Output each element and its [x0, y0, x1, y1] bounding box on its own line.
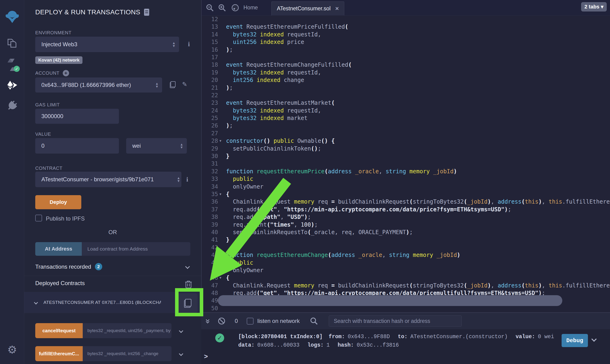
code-line: 44 public — [202, 259, 610, 267]
value-input[interactable]: 0 — [35, 138, 119, 154]
function-row: fulfillEthereumC... — [35, 346, 190, 361]
code-line: 13event RequestEthereumPriceFulfilled( — [202, 23, 610, 30]
transaction-log[interactable]: [block:20780401 txIndex:0] from:0x643...… — [238, 333, 559, 350]
publish-ipfs-label: Publish to IPFS — [46, 215, 85, 222]
code-line: 16); — [202, 46, 610, 53]
trash-icon[interactable] — [185, 280, 192, 288]
at-address-button[interactable]: At Address — [35, 242, 82, 256]
tx-success-icon: ✓ — [215, 334, 224, 342]
code-line: 42 — [202, 244, 610, 251]
select-arrows-icon: ▴▾ — [177, 176, 180, 182]
tabs-count-button[interactable]: 2 tabs ▾ — [581, 2, 607, 12]
expand-terminal-icon[interactable] — [206, 319, 209, 323]
log-line-2: data:0x608...60033 logs:1 hash:0x53c...f… — [238, 341, 559, 350]
copy-contract-address-button[interactable] — [178, 293, 198, 313]
select-arrows-icon: ▴▾ — [156, 82, 158, 88]
at-address-input[interactable] — [82, 242, 190, 256]
value-label: VALUE — [35, 131, 51, 137]
editor-tab-bar: Home ATestnetConsumer.sol × 2 tabs ▾ — [202, 0, 610, 15]
code-line: 18event RequestEthereumChangeFulfilled( — [202, 61, 610, 69]
code-line: 30} — [202, 152, 610, 160]
environment-info-icon[interactable]: i — [188, 40, 190, 48]
settings-gear-icon[interactable]: ⚙ — [0, 343, 24, 356]
deploy-run-icon[interactable] — [0, 80, 24, 90]
expand-log-icon[interactable] — [592, 337, 596, 342]
solidity-compiler-icon[interactable]: ✓ — [0, 58, 24, 71]
contract-select[interactable]: ATestnetConsumer - browser/gists/9b71e07… — [35, 172, 181, 187]
cancelRequest-button[interactable]: cancelRequest — [35, 323, 83, 338]
chevron-down-icon[interactable] — [179, 351, 183, 356]
terminal-toolbar: 0 listen on network — [201, 313, 610, 329]
zoom-out-icon[interactable] — [206, 4, 214, 12]
code-line: 47 Chainlink.Request memory req = buildC… — [202, 282, 610, 289]
code-line: 34 onlyOwner — [202, 183, 610, 190]
transactions-recorded-row[interactable]: Transactions recorded 2 — [35, 263, 190, 270]
code-line: 32function requestEthereumPrice(address … — [202, 168, 610, 175]
log-line-1: [block:20780401 txIndex:0] from:0x643...… — [238, 333, 559, 341]
or-label: OR — [24, 229, 201, 235]
file-explorer-icon[interactable] — [0, 38, 24, 48]
value-unit-select[interactable]: wei ▴▾ — [126, 138, 187, 154]
code-line: 36 Chainlink.Request memory req = buildC… — [202, 198, 610, 206]
add-account-icon[interactable]: + — [63, 70, 69, 76]
code-line: 14 bytes32 indexed requestId, — [202, 31, 610, 38]
search-icon — [310, 317, 318, 325]
terminal: 0 listen on network ✓ [block:20780401 tx… — [201, 312, 610, 364]
compile-success-badge: ✓ — [14, 66, 20, 72]
function-row: cancelRequest — [35, 323, 190, 338]
fulfillEthereumChange-params-input[interactable] — [83, 346, 172, 361]
code-line: 29 setPublicChainlinkToken(); — [202, 145, 610, 152]
publish-ipfs-checkbox[interactable] — [35, 215, 42, 221]
environment-select[interactable]: Injected Web3 ▴▾ — [35, 37, 179, 52]
deployed-contract-label: ATESTNETCONSUMER AT 0X7E7...E80D1 (BLOCK… — [43, 300, 161, 305]
gas-limit-label: GAS LIMIT — [35, 102, 60, 107]
code-line: 37 req.add("get", "https://min-api.crypt… — [202, 206, 610, 213]
deployed-contract-header[interactable]: ATESTNETCONSUMER AT 0X7E7...E80D1 (BLOCK… — [24, 292, 201, 313]
code-line: 21); — [202, 84, 610, 91]
code-area[interactable]: 1213event RequestEthereumPriceFulfilled(… — [202, 15, 610, 312]
code-line: 38 req.add("path", "USD"); — [202, 213, 610, 221]
listen-network-checkbox[interactable] — [247, 318, 253, 325]
copy-icon — [184, 299, 191, 308]
copy-account-icon[interactable] — [170, 81, 175, 88]
clear-console-icon[interactable] — [217, 317, 226, 325]
contract-info-icon[interactable]: i — [186, 176, 188, 183]
code-line: 33 public — [202, 175, 610, 183]
code-line: 22 — [202, 91, 610, 99]
sign-message-icon[interactable]: ✎ — [182, 81, 187, 88]
account-select[interactable]: 0x643...9F88D (1.666673996 ether) ▴▾ — [35, 78, 162, 92]
debug-button[interactable]: Debug — [562, 334, 588, 347]
select-arrows-icon: ▴▾ — [180, 143, 183, 149]
code-line: 15 uint256 indexed price — [202, 38, 610, 46]
code-line: 12 — [202, 15, 610, 23]
close-tab-icon[interactable]: × — [335, 5, 339, 12]
network-badge: Kovan (42) network — [35, 56, 82, 64]
environment-label: ENVIRONMENT — [35, 30, 71, 36]
code-line: 35▾{ — [202, 190, 610, 198]
code-line: 41} — [202, 236, 610, 244]
plugin-manager-icon[interactable] — [0, 101, 24, 111]
code-line: 19 bytes32 indexed requestId, — [202, 69, 610, 76]
deploy-button[interactable]: Deploy — [35, 195, 81, 209]
tab-home[interactable]: Home — [243, 4, 258, 11]
terminal-prompt[interactable]: > — [204, 353, 208, 361]
chevron-down-icon[interactable] — [179, 328, 183, 333]
deploy-run-panel: DEPLOY & RUN TRANSACTIONS ENVIRONMENT In… — [24, 0, 201, 364]
code-line: 26); — [202, 122, 610, 130]
tab-active-file[interactable]: ATestnetConsumer.sol × — [271, 1, 344, 15]
transactions-count-badge: 2 — [95, 263, 102, 270]
documentation-icon[interactable] — [144, 9, 149, 16]
fulfillEthereumChange-button[interactable]: fulfillEthereumC... — [35, 346, 83, 361]
horizontal-scrollbar[interactable] — [218, 295, 562, 306]
code-line: 28▾constructor() public Ownable() { — [202, 137, 610, 145]
panel-title: DEPLOY & RUN TRANSACTIONS — [35, 8, 149, 16]
icon-rail: ✓ ⚙ — [0, 0, 24, 364]
cancelRequest-params-input[interactable] — [83, 323, 172, 338]
code-line: 46▾{ — [202, 274, 610, 282]
zoom-in-icon[interactable] — [218, 4, 226, 12]
code-line: 17 — [202, 53, 610, 61]
gas-limit-input[interactable]: 3000000 — [35, 109, 119, 124]
terminal-search-input[interactable] — [329, 315, 462, 327]
globe-icon[interactable] — [232, 4, 239, 11]
at-address-row: At Address — [35, 242, 190, 256]
